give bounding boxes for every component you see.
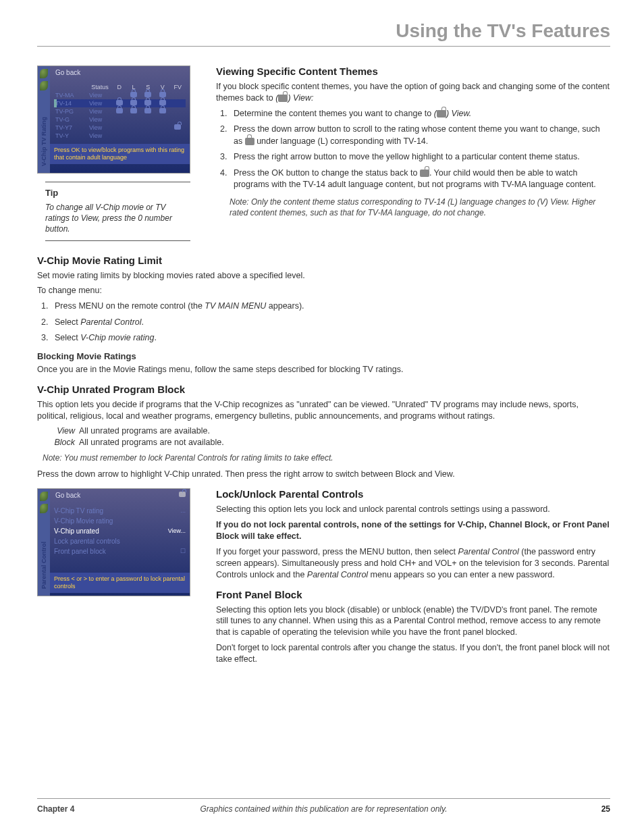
page-footer: Chapter 4 Graphics contained within this… xyxy=(37,798,610,814)
tip-heading: Tip xyxy=(45,188,190,198)
go-back-label: Go back xyxy=(54,492,80,499)
sidebar-label: Parental Control xyxy=(41,542,47,589)
list-item: Select Parental Control. xyxy=(51,317,610,329)
paragraph: Set movie rating limits by blocking movi… xyxy=(37,270,610,282)
unlock-icon xyxy=(179,492,186,497)
paragraph: Selecting this option lets you lock and … xyxy=(216,504,610,515)
lock-icon xyxy=(245,138,254,145)
list-item: Press the OK button to change the status… xyxy=(230,167,610,191)
leaf-icon xyxy=(40,69,48,78)
def-desc: All unrated programs are not available. xyxy=(79,437,224,448)
paragraph: Selecting this option lets you block (di… xyxy=(216,604,610,639)
sidebar-label: V-Chip TV Rating xyxy=(41,117,47,166)
heading-front-panel: Front Panel Block xyxy=(216,589,610,600)
screenshot-vchip-tv-rating: V-Chip TV Rating Go back StatusDLSVFVTV-… xyxy=(37,66,190,174)
note: Note: Only the content theme status corr… xyxy=(230,197,610,218)
heading-movie-rating: V-Chip Movie Rating Limit xyxy=(37,255,610,266)
leaf-icon xyxy=(40,81,48,90)
leaf-icon xyxy=(40,504,48,513)
footer-caption: Graphics contained within this publicati… xyxy=(37,804,610,814)
note: Note: You must remember to lock Parental… xyxy=(43,452,610,463)
heading-content-themes: Viewing Specific Content Themes xyxy=(216,66,610,77)
unlock-icon xyxy=(437,110,446,118)
list-item: Press the down arrow button to scroll to… xyxy=(230,124,610,147)
definition-list: ViewAll unrated programs are available. … xyxy=(51,425,610,448)
footer-page-number: 25 xyxy=(601,804,610,814)
list-item: Press MENU on the remote control (the TV… xyxy=(51,301,610,313)
list-item: Select V-Chip movie rating. xyxy=(51,332,610,344)
heading-lock-unlock: Lock/Unlock Parental Controls xyxy=(216,488,610,500)
paragraph: To change menu: xyxy=(37,285,610,296)
tip-body: To change all V-Chip movie or TV ratings… xyxy=(45,202,190,235)
rating-table: StatusDLSVFVTV-MAViewTV-14ViewTV-PGViewT… xyxy=(54,83,186,140)
def-term: View xyxy=(51,425,79,437)
paragraph: Press the down arrow to highlight V-Chip… xyxy=(37,469,610,480)
go-back-label: Go back xyxy=(54,69,186,76)
paragraph: This option lets you decide if programs … xyxy=(37,399,610,422)
def-desc: All unrated programs are available. xyxy=(79,425,210,437)
paragraph: If you forget your password, press the M… xyxy=(216,546,610,581)
subheading-blocking-movie: Blocking Movie Ratings xyxy=(37,351,610,361)
paragraph: If you block specific content themes, yo… xyxy=(216,81,610,104)
page-title: Using the TV's Features xyxy=(37,20,610,47)
hint-bar: Press < or > to enter a password to lock… xyxy=(50,573,190,593)
def-term: Block xyxy=(51,437,79,448)
steps-list: Press MENU on the remote control (the TV… xyxy=(51,301,610,344)
list-item: Determine the content themes you want to… xyxy=(230,108,610,120)
list-item: Press the right arrow button to move the… xyxy=(230,151,610,163)
unlock-icon xyxy=(278,95,288,102)
leaf-icon xyxy=(40,492,48,501)
unlock-icon xyxy=(420,170,429,177)
paragraph: Don't forget to lock parental controls a… xyxy=(216,642,610,665)
tip-box: Tip To change all V-Chip movie or TV rat… xyxy=(45,182,190,241)
heading-unrated: V-Chip Unrated Program Block xyxy=(37,384,610,395)
screenshot-parental-control: Parental Control Go back V-Chip TV ratin… xyxy=(37,488,190,596)
steps-list: Determine the content themes you want to… xyxy=(230,108,610,191)
paragraph-bold: If you do not lock parental controls, no… xyxy=(216,519,610,542)
hint-bar: Press OK to view/block programs with thi… xyxy=(50,144,190,164)
menu-list: V-Chip TV rating...V-Chip Movie ratingV-… xyxy=(54,506,186,556)
paragraph: Once you are in the Movie Ratings menu, … xyxy=(37,364,610,375)
